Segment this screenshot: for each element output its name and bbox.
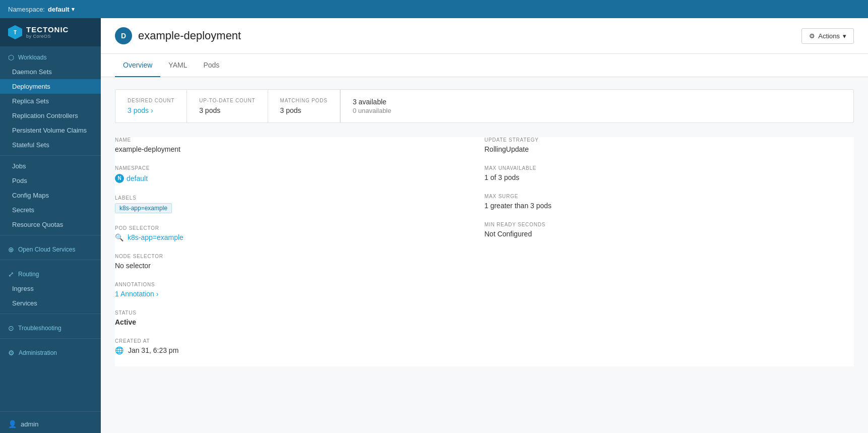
- sidebar-item-resource-quotas[interactable]: Resource Quotas: [0, 217, 101, 232]
- namespace-selector[interactable]: default: [48, 6, 75, 13]
- routing-icon: ⤢: [8, 270, 14, 278]
- field-min-ready-seconds: MIN READY SECONDS Not Configured: [484, 222, 854, 238]
- sidebar-logo[interactable]: T TECTONIC by CoreOS: [0, 18, 101, 46]
- name-value: example-deployment: [115, 145, 484, 153]
- main-content: D example-deployment ⚙ Actions ▾ Overvie…: [101, 18, 868, 433]
- created-at-text: Jan 31, 6:23 pm: [128, 346, 178, 354]
- logo-text-area: TECTONIC by CoreOS: [26, 26, 69, 39]
- node-selector-label: NODE SELECTOR: [115, 254, 484, 259]
- matching-pods-value: 3 pods: [280, 106, 328, 114]
- actions-button[interactable]: ⚙ Actions ▾: [801, 28, 854, 44]
- tab-pods-label: Pods: [203, 61, 219, 69]
- sidebar-divider-6: [0, 411, 101, 412]
- annotations-label: ANNOTATIONS: [115, 282, 484, 287]
- name-label: NAME: [115, 137, 484, 143]
- stateful-sets-label: Stateful Sets: [12, 141, 49, 149]
- sidebar-section-routing[interactable]: ⤢ Routing: [0, 263, 101, 281]
- field-update-strategy: UPDATE STRATEGY RollingUpdate: [484, 137, 854, 153]
- open-cloud-services-icon: ⊕: [8, 245, 14, 254]
- sidebar-item-jobs[interactable]: Jobs: [0, 159, 101, 173]
- main-body: DESIRED COUNT 3 pods UP-TO-DATE COUNT 3 …: [101, 77, 868, 433]
- logo-name: TECTONIC: [26, 26, 69, 34]
- sidebar: T TECTONIC by CoreOS ⬡ Workloads Daemon …: [0, 18, 101, 433]
- tab-overview[interactable]: Overview: [115, 54, 160, 77]
- sidebar-item-deployments[interactable]: Deployments: [0, 79, 101, 94]
- sidebar-divider-1: [0, 155, 101, 156]
- ingress-label: Ingress: [12, 285, 34, 292]
- replica-sets-label: Replica Sets: [12, 97, 49, 105]
- status-label: STATUS: [115, 310, 484, 316]
- max-surge-label: MAX SURGE: [484, 194, 854, 199]
- search-icon: 🔍: [115, 233, 123, 241]
- status-value: Active: [115, 318, 484, 326]
- replication-controllers-label: Replication Controllers: [12, 112, 78, 119]
- globe-icon: 🌐: [115, 346, 123, 354]
- sidebar-item-replication-controllers[interactable]: Replication Controllers: [0, 108, 101, 123]
- matching-pods-label: MATCHING PODS: [280, 98, 328, 103]
- services-label: Services: [12, 299, 37, 307]
- field-annotations: ANNOTATIONS 1 Annotation: [115, 282, 484, 298]
- sidebar-item-daemon-sets[interactable]: Daemon Sets: [0, 65, 101, 79]
- tab-pods[interactable]: Pods: [195, 54, 227, 77]
- tab-overview-label: Overview: [123, 61, 152, 69]
- annotations-link[interactable]: 1 Annotation: [115, 290, 158, 298]
- pod-selector-label: POD SELECTOR: [115, 225, 484, 231]
- sidebar-section-administration[interactable]: ⚙ Administration: [0, 342, 101, 360]
- workloads-label: Workloads: [18, 54, 46, 61]
- user-icon: 👤: [8, 420, 17, 428]
- stat-up-to-date: UP-TO-DATE COUNT 3 pods: [187, 90, 268, 122]
- troubleshooting-label: Troubleshooting: [18, 325, 61, 332]
- administration-label: Administration: [19, 349, 57, 356]
- persistent-volume-claims-label: Persistent Volume Claims: [12, 127, 87, 134]
- field-name: NAME example-deployment: [115, 137, 484, 153]
- sidebar-divider-3: [0, 260, 101, 260]
- namespace-badge[interactable]: N default: [115, 174, 148, 183]
- annotations-value: 1 Annotation: [115, 290, 484, 298]
- sidebar-section-open-cloud-services[interactable]: ⊕ Open Cloud Services: [0, 238, 101, 257]
- sidebar-item-stateful-sets[interactable]: Stateful Sets: [0, 138, 101, 152]
- namespace-label-field: NAMESPACE: [115, 165, 484, 171]
- labels-value: k8s-app=example: [115, 203, 484, 213]
- min-ready-seconds-label: MIN READY SECONDS: [484, 222, 854, 227]
- sidebar-section-troubleshooting[interactable]: ⊙ Troubleshooting: [0, 317, 101, 335]
- sidebar-item-secrets[interactable]: Secrets: [0, 203, 101, 217]
- desired-count-link[interactable]: 3 pods: [128, 106, 153, 114]
- page-header: D example-deployment ⚙ Actions ▾: [101, 18, 868, 54]
- namespace-icon: N: [115, 174, 124, 183]
- max-unavailable-value: 1 of 3 pods: [484, 173, 854, 181]
- troubleshooting-icon: ⊙: [8, 324, 14, 332]
- daemon-sets-label: Daemon Sets: [12, 68, 52, 76]
- administration-icon: ⚙: [8, 349, 15, 357]
- sidebar-item-admin-user[interactable]: 👤 admin: [0, 415, 101, 433]
- created-at-label: CREATED AT: [115, 338, 484, 344]
- admin-user-label: admin: [21, 420, 38, 428]
- update-strategy-label: UPDATE STRATEGY: [484, 137, 854, 143]
- field-namespace: NAMESPACE N default: [115, 165, 484, 183]
- sidebar-item-replica-sets[interactable]: Replica Sets: [0, 94, 101, 108]
- field-max-surge: MAX SURGE 1 greater than 3 pods: [484, 194, 854, 210]
- field-pod-selector: POD SELECTOR 🔍 k8s-app=example: [115, 225, 484, 241]
- sidebar-item-config-maps[interactable]: Config Maps: [0, 188, 101, 203]
- config-maps-label: Config Maps: [12, 192, 49, 199]
- pods-label: Pods: [12, 177, 27, 184]
- label-tag: k8s-app=example: [115, 203, 172, 213]
- sidebar-item-ingress[interactable]: Ingress: [0, 281, 101, 296]
- logo-sub: by CoreOS: [26, 34, 69, 39]
- page-title: example-deployment: [138, 29, 241, 42]
- sidebar-divider-5: [0, 338, 101, 339]
- workloads-icon: ⬡: [8, 53, 14, 61]
- sidebar-item-persistent-volume-claims[interactable]: Persistent Volume Claims: [0, 123, 101, 138]
- page-title-area: D example-deployment: [115, 27, 241, 44]
- tab-yaml[interactable]: YAML: [160, 54, 195, 77]
- namespace-name: default: [127, 174, 148, 182]
- chevron-down-icon: ▾: [843, 32, 846, 40]
- sidebar-item-pods[interactable]: Pods: [0, 173, 101, 188]
- sidebar-section-workloads[interactable]: ⬡ Workloads: [0, 46, 101, 65]
- stat-matching-pods: MATCHING PODS 3 pods: [268, 90, 340, 122]
- pod-selector-value[interactable]: 🔍 k8s-app=example: [115, 233, 484, 241]
- namespace-label: Namespace:: [8, 6, 45, 13]
- available-count: 3 available: [353, 98, 392, 106]
- sidebar-item-services[interactable]: Services: [0, 296, 101, 311]
- namespace-value-field: N default: [115, 173, 484, 183]
- deployments-label: Deployments: [12, 83, 50, 90]
